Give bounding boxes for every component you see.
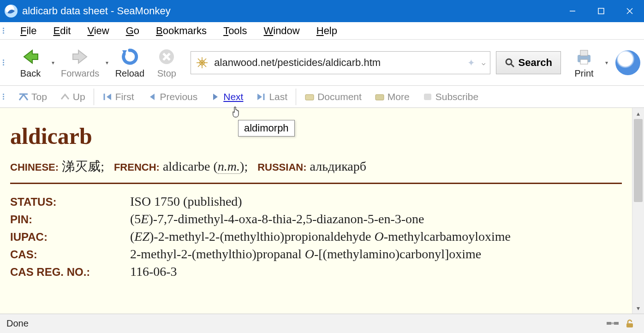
french-value-post: ); xyxy=(240,159,248,173)
french-abbr: n.m. xyxy=(218,159,240,174)
pin-val: (5E)-7,7-dimethyl-4-oxa-8-thia-2,5-diaza… xyxy=(130,212,424,226)
site-navbar: Top Up First Previous Next Last Document xyxy=(0,86,644,108)
reload-label: Reload xyxy=(115,68,144,79)
nav-next[interactable]: Next xyxy=(204,89,250,104)
first-icon xyxy=(102,92,113,102)
scroll-down-icon[interactable]: ▾ xyxy=(632,303,644,314)
nav-top-label: Top xyxy=(31,91,47,102)
menu-file[interactable]: File xyxy=(12,24,45,38)
up-icon xyxy=(60,92,70,102)
toolbar-grip[interactable] xyxy=(3,59,7,65)
svg-rect-23 xyxy=(607,322,611,325)
online-status-icon[interactable] xyxy=(606,319,619,328)
toolbar-grip[interactable] xyxy=(3,94,7,100)
menu-window[interactable]: Window xyxy=(255,24,308,38)
french-label: FRENCH: xyxy=(114,161,160,173)
toolbar-grip[interactable] xyxy=(3,28,7,34)
maximize-button[interactable] xyxy=(587,0,615,22)
forwards-label: Forwards xyxy=(61,68,99,79)
print-label: Print xyxy=(574,68,593,79)
back-arrow-icon xyxy=(20,46,41,67)
row-iupac: IUPAC: (EZ)-2-methyl-2-(methylthio)propi… xyxy=(10,229,622,244)
svg-rect-20 xyxy=(305,95,314,100)
row-status: STATUS: ISO 1750 (published) xyxy=(10,194,622,209)
svg-rect-22 xyxy=(424,94,431,100)
search-label: Search xyxy=(519,57,552,69)
cas-val: 2-methyl-2-(methylthio)propanal O-[(meth… xyxy=(130,247,481,262)
scroll-thumb[interactable] xyxy=(634,119,643,202)
bookmark-star-icon[interactable]: ✦ xyxy=(467,57,475,68)
back-label: Back xyxy=(20,68,41,79)
back-dropdown[interactable]: ▾ xyxy=(49,59,57,66)
translations: CHINESE: 涕灭威; FRENCH: aldicarbe (n.m.); … xyxy=(10,158,622,175)
print-button[interactable]: Print xyxy=(566,44,602,81)
nav-document-label: Document xyxy=(317,91,362,102)
menu-go[interactable]: Go xyxy=(118,24,148,38)
forwards-button[interactable]: Forwards xyxy=(57,44,103,81)
row-pin: PIN: (5E)-7,7-dimethyl-4-oxa-8-thia-2,5-… xyxy=(10,212,622,226)
tooltip: aldimorph xyxy=(238,120,295,137)
minimize-button[interactable] xyxy=(558,0,587,22)
nav-last: Last xyxy=(250,89,294,104)
nav-subscribe: Subscribe xyxy=(416,89,485,104)
divider xyxy=(10,183,622,184)
nav-previous: Previous xyxy=(141,89,204,104)
scroll-track[interactable] xyxy=(632,119,644,303)
casreg-val: 116-06-3 xyxy=(130,264,177,279)
menu-edit[interactable]: Edit xyxy=(45,24,79,38)
nav-up-label: Up xyxy=(73,91,85,102)
previous-icon xyxy=(147,92,157,102)
row-casreg: CAS REG. NO.: 116-06-3 xyxy=(10,264,622,279)
back-button[interactable]: Back xyxy=(12,44,49,81)
status-val: ISO 1750 (published) xyxy=(130,194,242,209)
menubar: File Edit View Go Bookmarks Tools Window… xyxy=(0,22,644,40)
svg-rect-21 xyxy=(376,95,384,100)
search-button[interactable]: Search xyxy=(496,51,561,74)
url-text[interactable]: alanwood.net/pesticides/aldicarb.htm xyxy=(214,57,467,69)
pin-key: PIN: xyxy=(10,213,130,226)
main-toolbar: Back ▾ Forwards ▾ Reload Stop alanwood.n… xyxy=(0,40,644,86)
status-key: STATUS: xyxy=(10,196,130,208)
menu-view[interactable]: View xyxy=(79,24,117,38)
reload-icon xyxy=(119,46,140,67)
svg-point-12 xyxy=(506,59,512,65)
print-dropdown[interactable]: ▾ xyxy=(602,59,611,66)
menu-bookmarks[interactable]: Bookmarks xyxy=(148,24,215,38)
menu-help[interactable]: Help xyxy=(308,24,346,38)
nav-up: Up xyxy=(54,89,92,104)
status-text: Done xyxy=(6,318,29,329)
nav-top: Top xyxy=(12,89,54,104)
chinese-value: 涕灭威; xyxy=(62,159,104,173)
statusbar: Done xyxy=(0,314,644,333)
iupac-key: IUPAC: xyxy=(10,231,130,244)
url-bar[interactable]: alanwood.net/pesticides/aldicarb.htm ✦ ⌵ xyxy=(191,51,490,74)
url-dropdown-icon[interactable]: ⌵ xyxy=(482,59,485,66)
more-icon xyxy=(375,92,385,102)
nav-last-label: Last xyxy=(269,91,287,102)
svg-rect-1 xyxy=(598,8,604,14)
document-icon xyxy=(304,92,315,102)
menu-tools[interactable]: Tools xyxy=(215,24,255,38)
svg-rect-15 xyxy=(580,50,588,56)
nav-next-label: Next xyxy=(223,91,243,102)
reload-button[interactable]: Reload xyxy=(111,44,148,81)
titlebar: aldicarb data sheet - SeaMonkey xyxy=(0,0,644,22)
iupac-val: (EZ)-2-methyl-2-(methylthio)propionaldeh… xyxy=(130,229,511,244)
app-icon xyxy=(5,5,18,18)
stop-button: Stop xyxy=(148,44,185,81)
casreg-key: CAS REG. NO.: xyxy=(10,266,130,279)
last-icon xyxy=(256,92,266,102)
cas-key: CAS: xyxy=(10,248,130,261)
close-button[interactable] xyxy=(615,0,644,22)
nav-first-label: First xyxy=(115,91,134,102)
russian-label: RUSSIAN: xyxy=(257,161,306,173)
throbber-icon[interactable] xyxy=(615,50,640,75)
scroll-up-icon[interactable]: ▴ xyxy=(632,108,644,119)
french-value-pre: aldicarbe ( xyxy=(163,159,218,173)
lock-icon[interactable] xyxy=(625,319,638,328)
nav-subscribe-label: Subscribe xyxy=(435,91,478,102)
vertical-scrollbar[interactable]: ▴ ▾ xyxy=(632,108,644,314)
nav-document: Document xyxy=(298,89,368,104)
forwards-dropdown[interactable]: ▾ xyxy=(103,59,111,66)
russian-value: альдикарб xyxy=(310,159,367,173)
